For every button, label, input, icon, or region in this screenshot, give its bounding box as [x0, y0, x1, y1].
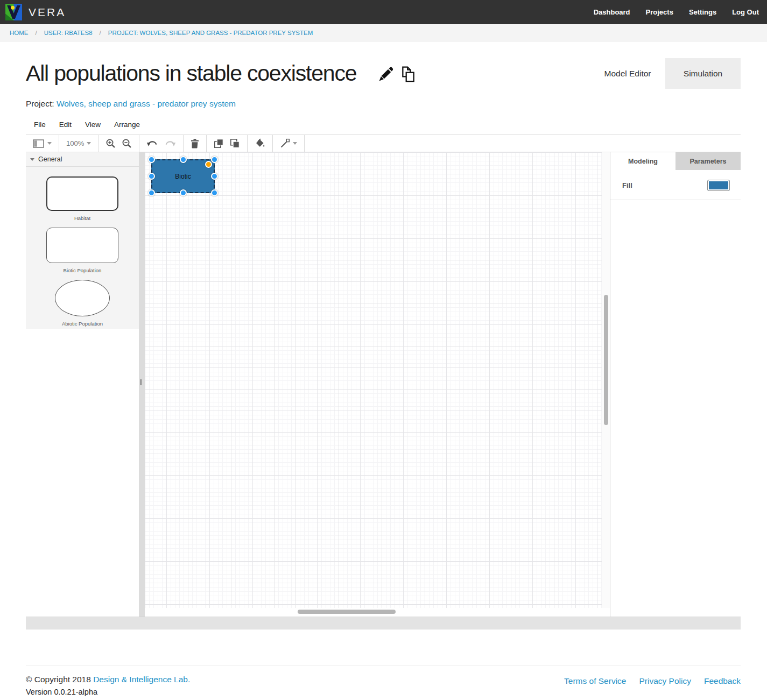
- edit-title-button[interactable]: [378, 66, 395, 84]
- resize-handle-w[interactable]: [148, 173, 155, 180]
- nav-dashboard[interactable]: Dashboard: [594, 8, 630, 16]
- pencil-icon: [378, 66, 395, 82]
- send-to-back-button[interactable]: [230, 138, 240, 149]
- page-title: All populations in stable coexistence: [26, 60, 356, 87]
- habitat-shape[interactable]: [46, 176, 118, 211]
- breadcrumb-separator: /: [36, 30, 37, 36]
- shape-label: Biotic Population: [64, 267, 102, 273]
- biotic-population-shape[interactable]: [46, 228, 118, 263]
- palette-shape-abiotic-population[interactable]: Abiotic Population: [55, 280, 110, 327]
- project-line: Project: Wolves, sheep and grass - preda…: [26, 99, 236, 109]
- abiotic-population-shape[interactable]: [55, 280, 110, 316]
- resize-handle-nw[interactable]: [148, 156, 155, 163]
- resize-handle-se[interactable]: [211, 189, 218, 196]
- simulation-button[interactable]: Simulation: [665, 58, 741, 89]
- footer-copyright: © Copyright 2018 Design & Intelligence L…: [26, 675, 190, 696]
- inspector-tabs: Modeling Parameters: [610, 152, 741, 170]
- zoom-level-value: 100%: [66, 139, 84, 147]
- nav-links: Dashboard Projects Settings Log Out: [594, 8, 759, 16]
- shape-list: Habitat Biotic Population Abiotic Popula…: [26, 167, 139, 333]
- bring-to-front-button[interactable]: [214, 138, 224, 149]
- breadcrumb-project[interactable]: PROJECT: WOLVES, SHEEP AND GRASS - PREDA…: [108, 30, 313, 36]
- menu-edit[interactable]: Edit: [59, 121, 72, 129]
- breadcrumb-home[interactable]: HOME: [10, 30, 29, 36]
- title-row: All populations in stable coexistence: [26, 60, 417, 87]
- paint-bucket-icon: [255, 138, 265, 149]
- resize-handle-ne[interactable]: [211, 156, 218, 163]
- project-label: Project:: [26, 99, 54, 108]
- resize-handle-e[interactable]: [211, 173, 218, 180]
- redo-button[interactable]: [164, 139, 176, 148]
- copy-model-button[interactable]: [400, 66, 417, 85]
- palette-resize-divider[interactable]: [139, 152, 145, 617]
- menu-file[interactable]: File: [34, 121, 46, 129]
- model-canvas[interactable]: Biotic: [145, 152, 610, 617]
- nav-settings[interactable]: Settings: [689, 8, 716, 16]
- palette-shape-habitat[interactable]: Habitat: [46, 176, 118, 221]
- zoom-level-select[interactable]: 100%: [66, 139, 91, 147]
- editor-menubar: File Edit View Arrange: [26, 121, 140, 129]
- breadcrumb-user[interactable]: USER: RBATES8: [44, 30, 93, 36]
- view-switch: Model Editor Simulation: [590, 58, 741, 89]
- fill-label: Fill: [622, 181, 632, 189]
- undo-button[interactable]: [146, 139, 158, 148]
- nav-projects[interactable]: Projects: [646, 8, 673, 16]
- resize-handle-n[interactable]: [180, 156, 187, 163]
- feedback-link[interactable]: Feedback: [704, 676, 741, 686]
- resize-handle-sw[interactable]: [148, 189, 155, 196]
- terms-of-service-link[interactable]: Terms of Service: [564, 676, 626, 686]
- copyright-text: © Copyright 2018: [26, 675, 91, 684]
- panel-layout-icon: [33, 139, 45, 148]
- nav-logout[interactable]: Log Out: [732, 8, 759, 16]
- breadcrumb: HOME / USER: RBATES8 / PROJECT: WOLVES, …: [0, 24, 767, 41]
- editor-toolbar: 100%: [26, 135, 741, 152]
- chevron-down-icon: [47, 142, 52, 145]
- tab-parameters[interactable]: Parameters: [675, 152, 741, 170]
- to-front-icon: [214, 138, 224, 149]
- vertical-scrollbar-track[interactable]: [602, 152, 610, 608]
- shape-label: Abiotic Population: [62, 321, 103, 327]
- tab-modeling[interactable]: Modeling: [610, 152, 675, 170]
- shape-label: Habitat: [74, 215, 90, 221]
- model-editor-button[interactable]: Model Editor: [590, 58, 665, 89]
- chevron-down-icon: [293, 142, 297, 145]
- fill-color-swatch[interactable]: [707, 180, 730, 191]
- panel-layout-button[interactable]: [33, 139, 52, 148]
- copy-icon: [400, 66, 417, 83]
- palette-section-label: General: [38, 155, 62, 163]
- shape-palette: General Habitat Biotic Population Abioti…: [26, 152, 139, 329]
- lab-link[interactable]: Design & Intelligence Lab.: [93, 675, 190, 684]
- vertical-scrollbar-thumb[interactable]: [604, 295, 608, 425]
- privacy-policy-link[interactable]: Privacy Policy: [639, 676, 691, 686]
- palette-section-general[interactable]: General: [26, 152, 139, 167]
- connection-style-button[interactable]: [280, 138, 297, 149]
- palette-shape-biotic-population[interactable]: Biotic Population: [46, 228, 118, 273]
- undo-icon: [146, 139, 158, 148]
- breadcrumb-separator: /: [100, 30, 101, 36]
- menu-arrange[interactable]: Arrange: [114, 121, 140, 129]
- menu-view[interactable]: View: [85, 121, 101, 129]
- rotate-handle[interactable]: [205, 161, 212, 168]
- top-nav: VERA Dashboard Projects Settings Log Out: [0, 0, 767, 24]
- divider-grip-icon: [140, 379, 142, 385]
- redo-icon: [164, 139, 176, 148]
- footer-divider: [26, 666, 741, 666]
- zoom-in-button[interactable]: [105, 138, 116, 149]
- footer-links: Terms of Service Privacy Policy Feedback: [564, 676, 741, 686]
- vera-logo-icon[interactable]: [5, 4, 22, 20]
- fill-row: Fill: [610, 170, 741, 200]
- project-link[interactable]: Wolves, sheep and grass - predator prey …: [57, 99, 236, 108]
- node-label: Biotic: [175, 173, 191, 180]
- brand-name: VERA: [29, 6, 66, 19]
- canvas-grid: [145, 152, 602, 608]
- resize-handle-s[interactable]: [180, 189, 187, 196]
- delete-button[interactable]: [191, 138, 199, 149]
- horizontal-scrollbar-thumb[interactable]: [298, 610, 396, 614]
- trash-icon: [191, 138, 199, 149]
- biotic-node[interactable]: Biotic: [151, 159, 215, 193]
- fill-color-button[interactable]: [255, 138, 265, 149]
- connection-line-icon: [280, 138, 290, 149]
- zoom-out-button[interactable]: [122, 138, 132, 149]
- zoom-out-icon: [122, 138, 132, 149]
- chevron-down-icon: [87, 142, 91, 145]
